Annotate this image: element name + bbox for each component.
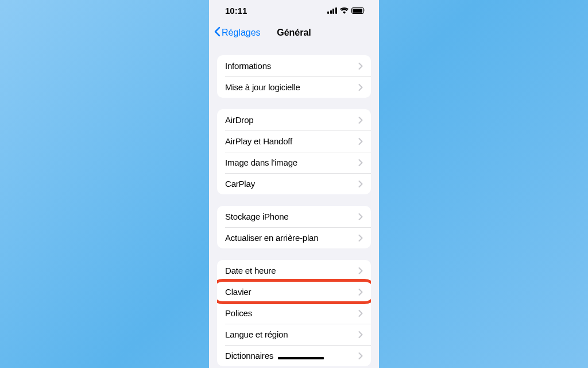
chevron-right-icon [358, 213, 363, 220]
settings-content[interactable]: Informations Mise à jour logicielle AirD… [209, 45, 379, 368]
row-label: Stockage iPhone [225, 212, 288, 221]
row-label: Mise à jour logicielle [225, 82, 300, 92]
section-about: Informations Mise à jour logicielle [217, 55, 371, 98]
row-informations[interactable]: Informations [217, 55, 371, 76]
chevron-right-icon [358, 310, 363, 317]
nav-header: Réglages Général [209, 21, 379, 45]
chevron-right-icon [358, 138, 363, 145]
row-carplay[interactable]: CarPlay [217, 173, 371, 194]
back-button[interactable]: Réglages [214, 26, 261, 39]
row-iphone-storage[interactable]: Stockage iPhone [217, 206, 371, 227]
row-fonts[interactable]: Polices [217, 302, 371, 324]
row-language-region[interactable]: Langue et région [217, 324, 371, 345]
status-time: 10:11 [225, 6, 247, 16]
section-connectivity: AirDrop AirPlay et Handoff Image dans l'… [217, 109, 371, 194]
wifi-icon [340, 7, 349, 14]
chevron-left-icon [214, 26, 220, 39]
row-label: Actualiser en arrière-plan [225, 233, 318, 243]
row-dictionaries[interactable]: Dictionnaires [217, 345, 371, 366]
row-label: Langue et région [225, 329, 288, 339]
chevron-right-icon [358, 289, 363, 296]
section-keyboard-region: Date et heure Clavier Polices Langue et … [217, 260, 371, 366]
row-airplay-handoff[interactable]: AirPlay et Handoff [217, 131, 371, 152]
phone-frame: 10:11 Réglages Génér [209, 0, 379, 368]
status-indicators [327, 7, 365, 14]
row-label: CarPlay [225, 179, 255, 189]
row-keyboard[interactable]: Clavier [217, 281, 371, 302]
row-label: Date et heure [225, 266, 276, 275]
row-airdrop[interactable]: AirDrop [217, 109, 371, 131]
section-storage: Stockage iPhone Actualiser en arrière-pl… [217, 206, 371, 248]
row-label: AirDrop [225, 115, 253, 125]
status-bar: 10:11 [209, 0, 379, 21]
chevron-right-icon [358, 352, 363, 359]
redaction-bar [278, 357, 324, 359]
chevron-right-icon [358, 331, 363, 338]
chevron-right-icon [358, 117, 363, 124]
row-pip[interactable]: Image dans l'image [217, 152, 371, 173]
row-label: AirPlay et Handoff [225, 136, 292, 146]
chevron-right-icon [358, 267, 363, 274]
chevron-right-icon [358, 181, 363, 187]
row-label: Polices [225, 308, 252, 318]
row-date-time[interactable]: Date et heure [217, 260, 371, 281]
chevron-right-icon [358, 84, 363, 91]
row-software-update[interactable]: Mise à jour logicielle [217, 76, 371, 98]
row-background-refresh[interactable]: Actualiser en arrière-plan [217, 227, 371, 248]
back-label: Réglages [222, 28, 261, 38]
battery-icon [351, 7, 366, 14]
chevron-right-icon [358, 63, 363, 70]
chevron-right-icon [358, 235, 363, 241]
row-label: Image dans l'image [225, 158, 297, 167]
chevron-right-icon [358, 159, 363, 166]
row-label: Clavier [225, 287, 251, 297]
row-label: Dictionnaires [225, 351, 273, 361]
row-label: Informations [225, 61, 271, 71]
cellular-signal-icon [327, 7, 337, 14]
